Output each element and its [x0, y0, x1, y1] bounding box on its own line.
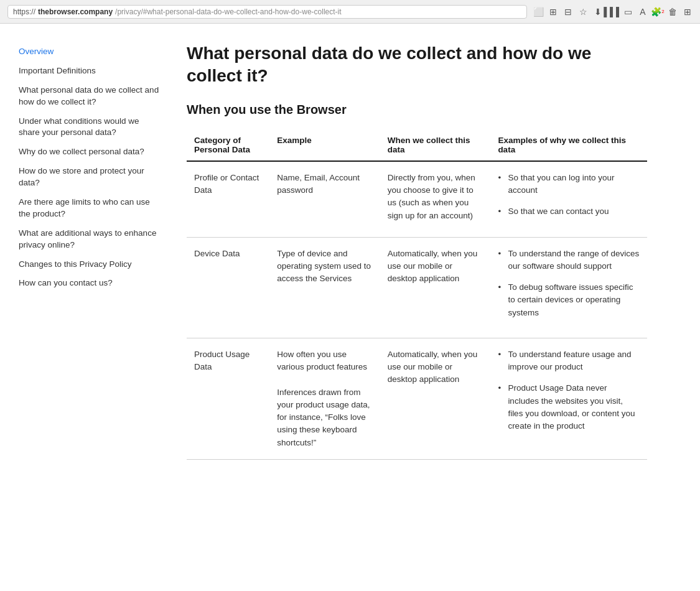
url-scheme: https://: [13, 7, 35, 16]
page-icon[interactable]: ⬜: [533, 7, 543, 17]
section-title: When you use the Browser: [187, 103, 647, 117]
cell-category: Device Data: [187, 237, 269, 338]
sidebar-item-overview[interactable]: Overview: [19, 42, 162, 62]
col-header-example: Example: [269, 129, 380, 161]
cell-when: Automatically, when you use our mobile o…: [380, 237, 491, 338]
personal-data-table: Category of Personal Data Example When w…: [187, 129, 647, 460]
col-header-when: When we collect this data: [380, 129, 491, 161]
why-bullet: To understand the range of devices our s…: [498, 248, 640, 273]
cell-example: Name, Email, Account password: [269, 161, 380, 237]
why-bullet: To understand feature usage and improve …: [498, 348, 640, 374]
cell-category: Product Usage Data: [187, 338, 269, 459]
sidebar-item-why-collect[interactable]: Why do we collect personal data?: [19, 142, 162, 162]
why-bullet: So that we can contact you: [498, 205, 640, 218]
sidebar-item-changes-policy[interactable]: Changes to this Privacy Policy: [19, 255, 162, 274]
cell-why: To understand the range of devices our s…: [490, 237, 647, 338]
window-icon[interactable]: ▭: [623, 7, 633, 17]
page-title: What personal data do we collect and how…: [187, 42, 647, 88]
cell-example: How often you use various product featur…: [269, 338, 380, 459]
why-bullet: Product Usage Data never includes the we…: [498, 382, 640, 432]
extensions-icon[interactable]: 🧩2: [653, 7, 663, 17]
cell-example: Type of device and operating system used…: [269, 237, 380, 338]
url-path: /privacy/#what-personal-data-do-we-colle…: [115, 7, 341, 16]
sidebar-item-important-definitions[interactable]: Important Definitions: [19, 62, 162, 81]
why-bullet: So that you can log into your account: [498, 172, 640, 197]
sidebar: Overview Important Definitions What pers…: [0, 24, 174, 591]
sidebar-item-contact[interactable]: How can you contact us?: [19, 274, 162, 293]
menu-icon[interactable]: ⊞: [683, 7, 693, 17]
browser-toolbar-icons: ⬜ ⊞ ⊟ ☆ ⬇ ▌▌▌ ▭ A 🧩2 🗑 ⊞: [533, 7, 693, 17]
col-header-category: Category of Personal Data: [187, 129, 269, 161]
translate-icon[interactable]: A: [638, 7, 648, 17]
page-layout: Overview Important Definitions What pers…: [0, 24, 700, 591]
why-bullet: To debug software issues specific to cer…: [498, 281, 640, 319]
sidebar-item-under-what-conditions[interactable]: Under what conditions would we share you…: [19, 112, 162, 143]
browser-chrome: https://thebrowser.company/privacy/#what…: [0, 0, 700, 24]
cell-why: So that you can log into your accountSo …: [490, 161, 647, 237]
main-content: What personal data do we collect and how…: [174, 24, 672, 591]
trash-icon[interactable]: 🗑: [668, 7, 678, 17]
apps-icon[interactable]: ⊟: [563, 7, 573, 17]
cell-why: To understand feature usage and improve …: [490, 338, 647, 459]
cell-when: Automatically, when you use our mobile o…: [380, 338, 491, 459]
download-icon[interactable]: ⬇: [593, 7, 603, 17]
cell-when: Directly from you, when you choose to gi…: [380, 161, 491, 237]
star-icon[interactable]: ☆: [578, 7, 588, 17]
sidebar-item-age-limits[interactable]: Are there age limits to who can use the …: [19, 193, 162, 224]
sidebar-item-store-protect[interactable]: How do we store and protect your data?: [19, 162, 162, 193]
table-row: Device DataType of device and operating …: [187, 237, 647, 338]
sidebar-item-what-personal-data[interactable]: What personal data do we collect and how…: [19, 81, 162, 112]
sidebar-item-enhance-privacy[interactable]: What are additional ways to enhance priv…: [19, 224, 162, 255]
table-row: Product Usage DataHow often you use vari…: [187, 338, 647, 459]
url-domain: thebrowser.company: [38, 7, 113, 16]
history-icon[interactable]: ▌▌▌: [608, 7, 618, 17]
grid-icon[interactable]: ⊞: [548, 7, 558, 17]
cell-category: Profile or Contact Data: [187, 161, 269, 237]
table-row: Profile or Contact DataName, Email, Acco…: [187, 161, 647, 237]
col-header-why: Examples of why we collect this data: [490, 129, 647, 161]
url-bar[interactable]: https://thebrowser.company/privacy/#what…: [7, 5, 527, 19]
